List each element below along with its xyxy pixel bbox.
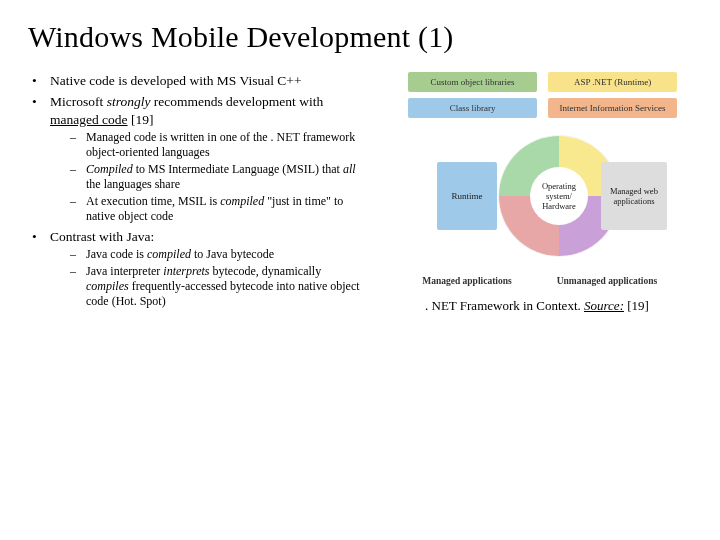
text-em: compiles bbox=[86, 279, 129, 293]
text-em: compiled bbox=[147, 247, 191, 261]
text: Java interpreter bbox=[86, 264, 163, 278]
bullets-column: Native code is developed with MS Visual … bbox=[28, 72, 364, 314]
legend-managed: Managed applications bbox=[397, 276, 537, 286]
text: Java code is bbox=[86, 247, 147, 261]
diagram-box-mweb: Managed web applications bbox=[601, 162, 667, 230]
text: bytecode, dynamically bbox=[210, 264, 322, 278]
diagram-box-iis: Internet Information Services bbox=[548, 98, 677, 118]
legend-unmanaged: Unmanaged applications bbox=[537, 276, 677, 286]
diagram-pie-center: Operating system/ Hardware bbox=[530, 167, 588, 225]
sub-bullet-3: At execution time, MSIL is compiled "jus… bbox=[68, 194, 364, 224]
sub-bullet-4: Java code is compiled to Java bytecode bbox=[68, 247, 364, 262]
text: to Java bytecode bbox=[191, 247, 274, 261]
bullet-2: Microsoft strongly recommends developmen… bbox=[28, 93, 364, 224]
caption-source-ref: [19] bbox=[624, 298, 649, 313]
figure-column: Custom object libraries ASP .NET (Runtim… bbox=[382, 72, 692, 314]
text: to MS Intermediate Language (MSIL) that bbox=[133, 162, 343, 176]
diagram-box-runtime: Runtime bbox=[437, 162, 497, 230]
figure-caption: . NET Framework in Context. Source: [19] bbox=[425, 298, 649, 314]
text: Contrast with Java: bbox=[50, 229, 154, 244]
sub-bullet-1: Managed code is written in one of the . … bbox=[68, 130, 364, 160]
diagram: Custom object libraries ASP .NET (Runtim… bbox=[397, 72, 677, 286]
sub-bullet-2: Compiled to MS Intermediate Language (MS… bbox=[68, 162, 364, 192]
text: the languages share bbox=[86, 177, 180, 191]
text: At execution time, MSIL is bbox=[86, 194, 220, 208]
bullet-3: Contrast with Java: Java code is compile… bbox=[28, 228, 364, 309]
text-em: compiled bbox=[220, 194, 264, 208]
text-em: interprets bbox=[163, 264, 209, 278]
text-em: strongly bbox=[107, 94, 151, 109]
caption-text: . NET Framework in Context. bbox=[425, 298, 584, 313]
sub-bullet-5: Java interpreter interprets bytecode, dy… bbox=[68, 264, 364, 309]
diagram-box-asp: ASP .NET (Runtime) bbox=[548, 72, 677, 92]
text: recommends development with bbox=[150, 94, 323, 109]
text-em: Compiled bbox=[86, 162, 133, 176]
caption-source-label: Source: bbox=[584, 298, 624, 313]
slide-content: Native code is developed with MS Visual … bbox=[28, 72, 692, 314]
slide-title: Windows Mobile Development (1) bbox=[28, 20, 692, 54]
text: Microsoft bbox=[50, 94, 107, 109]
text-underline: managed code bbox=[50, 112, 128, 127]
text-em: all bbox=[343, 162, 356, 176]
text: [19] bbox=[128, 112, 154, 127]
bullet-1: Native code is developed with MS Visual … bbox=[28, 72, 364, 89]
diagram-box-class: Class library bbox=[408, 98, 537, 118]
diagram-box-custom: Custom object libraries bbox=[408, 72, 537, 92]
